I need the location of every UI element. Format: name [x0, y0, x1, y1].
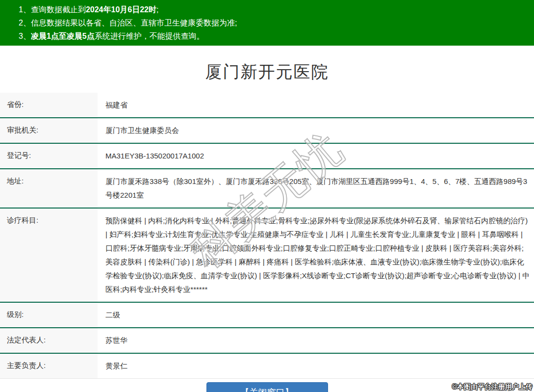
- table-row-address: 地址: 厦门市厦禾路338号（除301室外）、厦门市厦禾路336号205室、厦门…: [0, 169, 534, 209]
- row-label: 省份:: [0, 93, 98, 117]
- row-value: 苏世华: [98, 328, 534, 353]
- row-label: 主要负责人:: [0, 354, 98, 378]
- row-value: 二级: [98, 303, 534, 327]
- row-value: 预防保健科 | 内科;消化内科专业 | 外科;普通外科专业;骨科专业;泌尿外科专…: [98, 209, 534, 302]
- row-value: MA31EY3B-135020017A1002: [98, 144, 534, 168]
- table-row-province: 省份: 福建省: [0, 93, 534, 118]
- close-window-button[interactable]: 【关闭窗口】: [206, 382, 328, 392]
- notice-line-1: 1、查询数据截止到2024年10月6日22时;: [19, 3, 529, 16]
- notice-1-bold: 2024年10月6日22时: [86, 5, 156, 14]
- row-label: 登记号:: [0, 144, 98, 168]
- row-label: 诊疗科目:: [0, 209, 98, 302]
- notice-3-prefix: 3、: [19, 32, 31, 40]
- notice-banner: 1、查询数据截止到2024年10月6日22时; 2、信息数据结果以各省、自治区、…: [0, 0, 534, 46]
- table-row-legal-representative: 法定代表人: 苏世华: [0, 328, 534, 354]
- notice-1-prefix: 1、查询数据截止到: [19, 5, 86, 14]
- table-row-registration-number: 登记号: MA31EY3B-135020017A1002: [0, 144, 534, 169]
- notice-line-3: 3、凌晨1点至凌晨5点系统进行维护，不能提供查询。: [19, 29, 529, 43]
- row-label: 审批机关:: [0, 118, 98, 143]
- row-value: 黄景仁: [98, 354, 534, 378]
- notice-3-bold: 凌晨1点至凌晨5点: [31, 32, 95, 40]
- row-value: 福建省: [98, 93, 534, 117]
- notice-3-suffix: 系统进行维护，不能提供查询。: [95, 32, 204, 40]
- page-title: 厦门新开元医院: [0, 61, 534, 83]
- row-label: 地址:: [0, 169, 98, 208]
- row-label: 级别:: [0, 303, 98, 327]
- table-row-level: 级别: 二级: [0, 303, 534, 328]
- notice-line-2: 2、信息数据结果以各省、自治区、直辖市卫生健康委数据为准;: [19, 16, 529, 29]
- table-row-medical-subjects: 诊疗科目: 预防保健科 | 内科;消化内科专业 | 外科;普通外科专业;骨科专业…: [0, 209, 534, 303]
- row-label: 法定代表人:: [0, 328, 98, 353]
- table-row-approval-authority: 审批机关: 厦门市卫生健康委员会: [0, 118, 534, 144]
- row-value: 厦门市厦禾路338号（除301室外）、厦门市厦禾路336号205室、厦门市湖里区…: [98, 169, 534, 208]
- table-row-main-person-in-charge: 主要负责人: 黄景仁: [0, 354, 534, 379]
- button-bar: 【关闭窗口】: [0, 382, 534, 392]
- notice-2-prefix: 2、信息数据结果以各省、自治区、直辖市卫生健康委数据为准;: [19, 19, 237, 27]
- info-table: 省份: 福建省 审批机关: 厦门市卫生健康委员会 登记号: MA31EY3B-1…: [0, 93, 534, 379]
- notice-1-suffix: ;: [156, 5, 158, 14]
- row-value: 厦门市卫生健康委员会: [98, 118, 534, 143]
